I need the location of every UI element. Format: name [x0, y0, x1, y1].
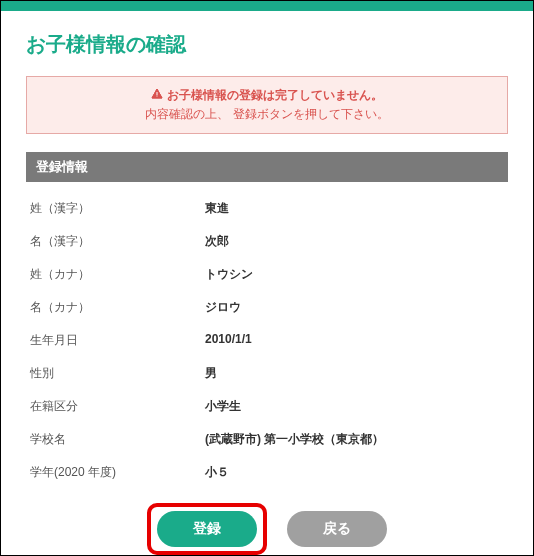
value-enrollment: 小学生 — [205, 398, 504, 415]
row-birthdate: 生年月日 2010/1/1 — [30, 324, 504, 357]
register-highlight: 登録 — [147, 503, 267, 555]
row-grade: 学年(2020 年度) 小５ — [30, 456, 504, 489]
label-gender: 性別 — [30, 365, 205, 382]
value-gender: 男 — [205, 365, 504, 382]
section-header: 登録情報 — [26, 152, 508, 182]
value-last-name-kanji: 東進 — [205, 200, 504, 217]
value-school: (武蔵野市) 第一小学校（東京都） — [205, 431, 504, 448]
value-birthdate: 2010/1/1 — [205, 332, 504, 349]
row-first-name-kana: 名（カナ） ジロウ — [30, 291, 504, 324]
label-first-name-kanji: 名（漢字） — [30, 233, 205, 250]
info-table: 姓（漢字） 東進 名（漢字） 次郎 姓（カナ） トウシン 名（カナ） ジロウ 生… — [26, 192, 508, 489]
label-grade: 学年(2020 年度) — [30, 464, 205, 481]
value-grade: 小５ — [205, 464, 504, 481]
alert-text-1: お子様情報の登録は完了していません。 — [167, 87, 383, 104]
alert-text-2: 内容確認の上、 登録ボタンを押して下さい。 — [37, 106, 497, 123]
label-school: 学校名 — [30, 431, 205, 448]
label-enrollment: 在籍区分 — [30, 398, 205, 415]
alert-box: お子様情報の登録は完了していません。 内容確認の上、 登録ボタンを押して下さい。 — [26, 76, 508, 134]
value-first-name-kana: ジロウ — [205, 299, 504, 316]
row-enrollment: 在籍区分 小学生 — [30, 390, 504, 423]
page-title: お子様情報の確認 — [26, 31, 508, 58]
register-button[interactable]: 登録 — [157, 511, 257, 547]
row-first-name-kanji: 名（漢字） 次郎 — [30, 225, 504, 258]
label-last-name-kanji: 姓（漢字） — [30, 200, 205, 217]
top-accent-bar — [1, 1, 533, 11]
warning-icon — [151, 88, 163, 103]
row-last-name-kana: 姓（カナ） トウシン — [30, 258, 504, 291]
svg-rect-1 — [157, 96, 158, 97]
row-school: 学校名 (武蔵野市) 第一小学校（東京都） — [30, 423, 504, 456]
alert-line-1: お子様情報の登録は完了していません。 — [37, 87, 497, 104]
label-last-name-kana: 姓（カナ） — [30, 266, 205, 283]
value-last-name-kana: トウシン — [205, 266, 504, 283]
svg-rect-0 — [157, 92, 158, 95]
label-first-name-kana: 名（カナ） — [30, 299, 205, 316]
row-last-name-kanji: 姓（漢字） 東進 — [30, 192, 504, 225]
label-birthdate: 生年月日 — [30, 332, 205, 349]
button-row: 登録 戻る — [26, 503, 508, 555]
back-button[interactable]: 戻る — [287, 511, 387, 547]
main-container: お子様情報の確認 お子様情報の登録は完了していません。 内容確認の上、 登録ボタ… — [1, 11, 533, 556]
row-gender: 性別 男 — [30, 357, 504, 390]
value-first-name-kanji: 次郎 — [205, 233, 504, 250]
